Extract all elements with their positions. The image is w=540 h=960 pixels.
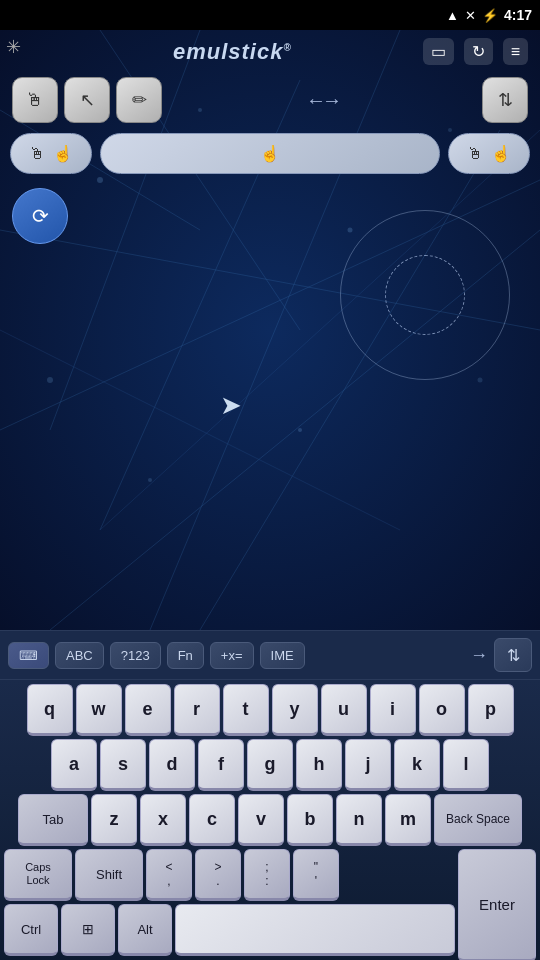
battery-icon: ⚡ — [482, 8, 498, 23]
refresh-button[interactable]: ↻ — [464, 38, 493, 65]
key-ctrl[interactable]: Ctrl — [4, 904, 58, 956]
key-semicolon[interactable]: ;: — [244, 849, 290, 901]
key-i[interactable]: i — [370, 684, 416, 736]
app-area: ✳ emulstick® ▭ ↻ ≡ 🖱 ↖ ✏ ←→ ⇅ 🖱 — [0, 30, 540, 630]
key-v[interactable]: v — [238, 794, 284, 846]
key-shift[interactable]: Shift — [75, 849, 143, 901]
svg-point-17 — [478, 378, 483, 383]
key-row-4-left: CapsLock Shift <, >. ;: "' Ctrl ⊞ Alt — [4, 849, 455, 960]
key-l[interactable]: l — [443, 739, 489, 791]
key-p[interactable]: p — [468, 684, 514, 736]
key-j[interactable]: j — [345, 739, 391, 791]
key-x[interactable]: x — [140, 794, 186, 846]
key-backspace[interactable]: Back Space — [434, 794, 522, 846]
cursor-icon: ↖ — [80, 89, 95, 111]
mouse-mode-button[interactable]: 🖱 — [12, 77, 58, 123]
key-row-4: CapsLock Shift <, >. ;: "' Ctrl ⊞ Alt En… — [2, 849, 538, 960]
svg-point-16 — [298, 428, 302, 432]
key-t[interactable]: t — [223, 684, 269, 736]
key-n[interactable]: n — [336, 794, 382, 846]
screen-button[interactable]: ▭ — [423, 38, 454, 65]
switch-button[interactable]: ⇅ — [482, 77, 528, 123]
key-m[interactable]: m — [385, 794, 431, 846]
key-space[interactable] — [175, 904, 455, 956]
key-r[interactable]: r — [174, 684, 220, 736]
touch-icon-right: ☝ — [491, 144, 511, 163]
key-comma[interactable]: <, — [146, 849, 192, 901]
left-mouse-icon: 🖱 — [29, 145, 45, 163]
key-win[interactable]: ⊞ — [61, 904, 115, 956]
numeric-button[interactable]: ?123 — [110, 642, 161, 669]
key-quote[interactable]: "' — [293, 849, 339, 901]
symbols-button[interactable]: +x= — [210, 642, 254, 669]
top-bar: emulstick® ▭ ↻ ≡ — [0, 30, 540, 73]
app-logo: emulstick® — [173, 39, 292, 65]
svg-line-9 — [0, 330, 400, 530]
fn-button[interactable]: Fn — [167, 642, 204, 669]
key-h[interactable]: h — [296, 739, 342, 791]
key-tab[interactable]: Tab — [18, 794, 88, 846]
key-row-3: Tab z x c v b n m Back Space — [2, 794, 538, 846]
mouse-row: 🖱 ☝ ☝ 🖱 ☝ — [0, 127, 540, 180]
left-click-button[interactable]: 🖱 ☝ — [10, 133, 92, 174]
rotate-button[interactable]: ⟳ — [12, 188, 68, 244]
svg-point-15 — [47, 377, 53, 383]
pen-icon: ✏ — [132, 89, 147, 111]
touch-icon-left: ☝ — [53, 144, 73, 163]
rotate-icon: ⟳ — [32, 204, 49, 228]
key-q[interactable]: q — [27, 684, 73, 736]
right-mouse-icon: 🖱 — [467, 145, 483, 163]
wifi-icon: ▲ — [446, 8, 459, 23]
key-k[interactable]: k — [394, 739, 440, 791]
abc-button[interactable]: ABC — [55, 642, 104, 669]
gesture-icon: ☝ — [260, 144, 280, 163]
ctrl-alt-row: Ctrl ⊞ Alt — [4, 904, 455, 956]
toolbar-arrow-icon: → — [470, 645, 488, 666]
gesture-button[interactable]: ☝ — [100, 133, 440, 174]
tool-row: 🖱 ↖ ✏ ←→ ⇅ — [0, 73, 540, 127]
key-s[interactable]: s — [100, 739, 146, 791]
signal-icon: ✕ — [465, 8, 476, 23]
key-a[interactable]: a — [51, 739, 97, 791]
circular-area: ⟳ — [0, 180, 540, 252]
key-w[interactable]: w — [76, 684, 122, 736]
key-u[interactable]: u — [321, 684, 367, 736]
key-enter[interactable]: Enter — [458, 849, 536, 960]
key-alt[interactable]: Alt — [118, 904, 172, 956]
key-row-1: q w e r t y u i o p — [2, 684, 538, 736]
keyboard-toolbar: ⌨ ABC ?123 Fn +x= IME → ⇅ — [0, 630, 540, 680]
key-d[interactable]: d — [149, 739, 195, 791]
key-capslock[interactable]: CapsLock — [4, 849, 72, 901]
key-e[interactable]: e — [125, 684, 171, 736]
key-b[interactable]: b — [287, 794, 333, 846]
mouse-icon: 🖱 — [26, 90, 44, 111]
ime-button[interactable]: IME — [260, 642, 305, 669]
key-period[interactable]: >. — [195, 849, 241, 901]
toolbar-switch-button[interactable]: ⇅ — [494, 638, 532, 672]
svg-point-18 — [148, 478, 152, 482]
bug-icon: ✳ — [6, 36, 21, 58]
keyboard-icon-button[interactable]: ⌨ — [8, 642, 49, 669]
cursor-mode-button[interactable]: ↖ — [64, 77, 110, 123]
cursor-arrow: ➤ — [220, 390, 242, 421]
top-icons: ▭ ↻ ≡ — [423, 38, 528, 65]
key-c[interactable]: c — [189, 794, 235, 846]
status-bar: ▲ ✕ ⚡ 4:17 — [0, 0, 540, 30]
menu-button[interactable]: ≡ — [503, 38, 528, 65]
key-o[interactable]: o — [419, 684, 465, 736]
key-f[interactable]: f — [198, 739, 244, 791]
key-row-2: a s d f g h j k l — [2, 739, 538, 791]
right-click-button[interactable]: 🖱 ☝ — [448, 133, 530, 174]
capslock-shift-row: CapsLock Shift <, >. ;: "' — [4, 849, 455, 901]
pen-mode-button[interactable]: ✏ — [116, 77, 162, 123]
arrow-indicator: ←→ — [168, 89, 476, 112]
key-g[interactable]: g — [247, 739, 293, 791]
key-z[interactable]: z — [91, 794, 137, 846]
arrow-line-icon: ←→ — [306, 89, 338, 112]
trackpad-inner — [385, 255, 465, 335]
key-y[interactable]: y — [272, 684, 318, 736]
switch-icon: ⇅ — [498, 89, 513, 111]
keyboard-area: q w e r t y u i o p a s d f g h j k l Ta… — [0, 680, 540, 960]
status-time: 4:17 — [504, 7, 532, 23]
